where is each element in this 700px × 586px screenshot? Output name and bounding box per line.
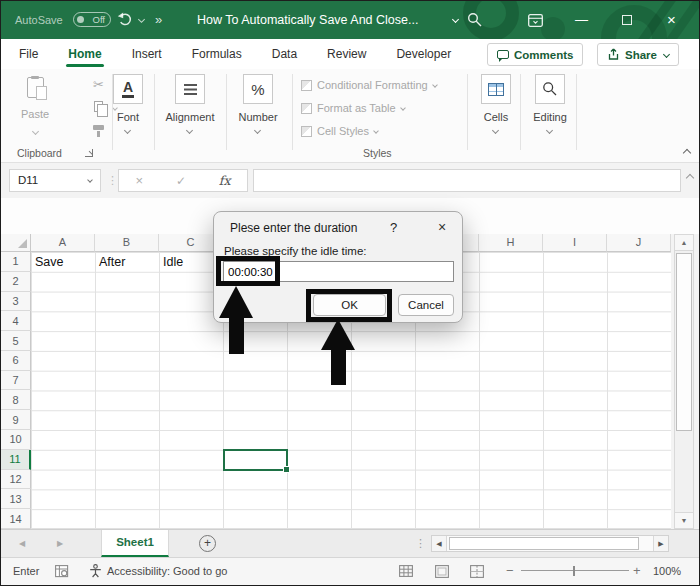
- cell-c1[interactable]: Idle: [163, 252, 183, 272]
- selected-cell-d11[interactable]: [223, 449, 288, 471]
- tab-data[interactable]: Data: [270, 47, 299, 61]
- group-separator: [467, 74, 468, 150]
- cell-styles-button[interactable]: Cell Styles: [301, 125, 378, 137]
- formula-input[interactable]: [253, 169, 681, 192]
- row-header-7[interactable]: 7: [1, 371, 31, 391]
- new-sheet-button[interactable]: +: [199, 535, 216, 552]
- scroll-right-icon[interactable]: ▶: [653, 536, 668, 551]
- cut-icon[interactable]: ✂: [93, 77, 104, 92]
- number-dropdown-icon[interactable]: [254, 127, 261, 134]
- zoom-in-button[interactable]: +: [633, 558, 641, 584]
- paste-button[interactable]: Paste: [15, 75, 55, 138]
- format-as-table-button[interactable]: Format as Table: [301, 102, 405, 114]
- select-all-corner[interactable]: [1, 234, 31, 252]
- collapse-ribbon-icon[interactable]: [683, 149, 691, 157]
- copy-icon[interactable]: [94, 101, 103, 112]
- autosave-toggle[interactable]: Off: [73, 12, 111, 27]
- font-dropdown-icon[interactable]: [124, 127, 131, 134]
- scroll-left-icon[interactable]: ◀: [432, 536, 447, 551]
- page-layout-view-icon[interactable]: [435, 565, 449, 580]
- zoom-slider[interactable]: [521, 570, 629, 571]
- minimize-button[interactable]: —: [575, 1, 588, 39]
- formula-bar-expand-icon[interactable]: [686, 174, 694, 182]
- tab-scrollbar-gripper[interactable]: ⋮: [415, 530, 426, 557]
- ribbon-display-options-icon[interactable]: [528, 13, 543, 31]
- sheet-nav-left-icon[interactable]: ◀: [19, 530, 25, 557]
- title-chevron-icon[interactable]: [452, 16, 459, 23]
- row-header-13[interactable]: 13: [1, 489, 31, 509]
- cancel-button[interactable]: Cancel: [398, 294, 454, 316]
- share-button[interactable]: Share: [597, 43, 679, 66]
- maximize-button[interactable]: [622, 15, 632, 25]
- accessibility-icon[interactable]: [89, 564, 102, 580]
- column-header-a[interactable]: A: [31, 234, 95, 252]
- row-header-9[interactable]: 9: [1, 410, 31, 430]
- name-box-dropdown-icon[interactable]: [87, 177, 93, 183]
- tab-home[interactable]: Home: [66, 47, 103, 61]
- sheet-tab-sheet1[interactable]: Sheet1: [101, 530, 169, 557]
- confirm-entry-icon[interactable]: ✓: [176, 174, 186, 188]
- vertical-scrollbar[interactable]: ▲ ▼: [674, 234, 694, 529]
- dialog-help-button[interactable]: ?: [390, 220, 397, 235]
- search-icon[interactable]: [467, 12, 483, 32]
- column-header-h[interactable]: H: [479, 234, 543, 252]
- row-header-6[interactable]: 6: [1, 351, 31, 371]
- row-header-10[interactable]: 10: [1, 430, 31, 450]
- row-header-11-selected[interactable]: 11: [1, 450, 31, 470]
- undo-dropdown-icon[interactable]: [138, 16, 145, 23]
- normal-view-icon[interactable]: [399, 565, 413, 579]
- zoom-level[interactable]: 100%: [653, 558, 681, 584]
- conditional-formatting-button[interactable]: Conditional Formatting: [301, 79, 437, 91]
- alignment-dropdown-icon[interactable]: [186, 127, 193, 134]
- editing-group-button[interactable]: [535, 74, 565, 104]
- page-break-view-icon[interactable]: [470, 565, 484, 580]
- accessibility-status[interactable]: Accessibility: Good to go: [107, 558, 227, 584]
- row-header-12[interactable]: 12: [1, 470, 31, 490]
- column-header-j[interactable]: J: [607, 234, 671, 252]
- horizontal-scrollbar[interactable]: ◀ ▶: [431, 535, 669, 552]
- tab-insert[interactable]: Insert: [130, 47, 164, 61]
- copy-dropdown-icon[interactable]: [112, 105, 118, 111]
- format-painter-icon[interactable]: [93, 125, 104, 130]
- close-button[interactable]: ×: [667, 1, 676, 39]
- more-commands-button[interactable]: »: [155, 1, 162, 39]
- font-group-button[interactable]: A: [113, 74, 143, 104]
- row-header-1[interactable]: 1: [1, 252, 31, 272]
- editing-dropdown-icon[interactable]: [546, 127, 553, 134]
- zoom-out-button[interactable]: −: [506, 558, 514, 584]
- tab-review[interactable]: Review: [325, 47, 368, 61]
- tab-developer[interactable]: Developer: [394, 47, 453, 61]
- comments-button[interactable]: Comments: [487, 43, 583, 66]
- column-header-i[interactable]: I: [543, 234, 607, 252]
- tab-file[interactable]: File: [17, 47, 40, 61]
- row-header-8[interactable]: 8: [1, 390, 31, 410]
- clipboard-dialog-launcher-icon[interactable]: [85, 149, 93, 157]
- cell-a1[interactable]: Save: [35, 252, 64, 272]
- zoom-slider-thumb[interactable]: [573, 566, 575, 576]
- row-header-2[interactable]: 2: [1, 272, 31, 292]
- name-box[interactable]: D11: [9, 169, 101, 192]
- vertical-scrollbar-thumb[interactable]: [676, 253, 692, 431]
- scroll-down-icon[interactable]: ▼: [675, 512, 693, 528]
- row-header-3[interactable]: 3: [1, 292, 31, 312]
- formula-bar-gripper[interactable]: ⋮: [107, 169, 118, 192]
- undo-icon[interactable]: [117, 12, 134, 30]
- column-header-b[interactable]: B: [95, 234, 159, 252]
- macro-record-icon[interactable]: [55, 565, 69, 580]
- sheet-nav-right-icon[interactable]: ▶: [57, 530, 63, 557]
- tab-formulas[interactable]: Formulas: [190, 47, 244, 61]
- row-header-14[interactable]: 14: [1, 509, 31, 529]
- cells-dropdown-icon[interactable]: [492, 127, 499, 134]
- number-group-button[interactable]: %: [243, 74, 273, 104]
- alignment-group-button[interactable]: [175, 74, 205, 104]
- row-header-4[interactable]: 4: [1, 311, 31, 331]
- cancel-entry-icon[interactable]: ×: [135, 173, 143, 188]
- cells-group-button[interactable]: [481, 74, 511, 104]
- dialog-close-icon[interactable]: ×: [438, 219, 446, 235]
- titlebar-decoration: [541, 17, 565, 39]
- cell-b1[interactable]: After: [99, 252, 125, 272]
- scroll-up-icon[interactable]: ▲: [675, 235, 693, 251]
- horizontal-scrollbar-thumb[interactable]: [449, 537, 639, 550]
- insert-function-icon[interactable]: fx: [219, 173, 231, 188]
- row-header-5[interactable]: 5: [1, 331, 31, 351]
